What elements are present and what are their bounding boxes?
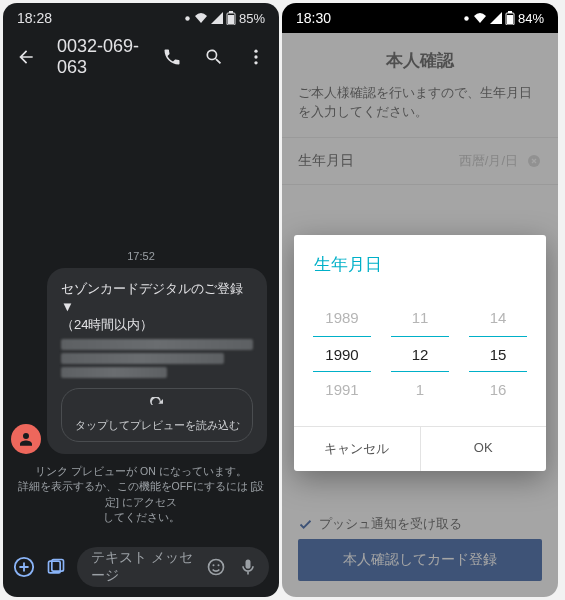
signal-icon <box>211 12 223 24</box>
wifi-icon <box>473 12 487 24</box>
day-prev[interactable]: 14 <box>469 300 527 336</box>
svg-rect-16 <box>508 11 512 13</box>
dot-icon <box>184 15 191 22</box>
verification-screen: 本人確認 ご本人様確認を行いますので、生年月日を入力してください。 生年月日 西… <box>282 33 558 597</box>
preview-reload-button[interactable]: タップしてプレビューを読み込む <box>61 388 253 442</box>
svg-point-6 <box>254 61 257 64</box>
messages-app-screenshot: 18:28 85% 0032-069-063 17:52 <box>3 3 279 597</box>
month-selected[interactable]: 12 <box>391 336 449 372</box>
gallery-icon[interactable] <box>45 556 67 578</box>
status-battery: 84% <box>518 11 544 26</box>
preview-reload-label: タップしてプレビューを読み込む <box>75 419 240 431</box>
svg-point-11 <box>213 564 215 566</box>
svg-point-12 <box>218 564 220 566</box>
date-wheels: 1989 1990 1991 11 12 1 14 15 16 <box>294 290 546 426</box>
year-selected[interactable]: 1990 <box>313 336 371 372</box>
verification-app-screenshot: 18:30 84% 本人確認 ご本人様確認を行いますので、生年月日を入力してくだ… <box>282 3 558 597</box>
svg-rect-13 <box>246 560 251 569</box>
message-body-redacted <box>61 339 253 378</box>
status-bar: 18:30 84% <box>282 3 558 33</box>
conversation-area: 17:52 セゾンカードデジタルのご登録▼ （24時間以内） タップしてプレビュ… <box>3 81 279 541</box>
status-icons: 85% <box>184 11 265 26</box>
status-icons: 84% <box>463 11 544 26</box>
call-icon[interactable] <box>161 46 183 68</box>
dialog-buttons: キャンセル OK <box>294 426 546 471</box>
dialog-title: 生年月日 <box>294 235 546 290</box>
search-icon[interactable] <box>203 46 225 68</box>
conversation-title: 0032-069-063 <box>57 36 141 78</box>
mic-icon[interactable] <box>237 556 259 578</box>
year-prev[interactable]: 1989 <box>313 300 371 336</box>
svg-rect-3 <box>228 15 234 24</box>
back-icon[interactable] <box>15 46 37 68</box>
emoji-icon[interactable] <box>205 556 227 578</box>
svg-point-0 <box>185 16 189 20</box>
month-wheel[interactable]: 11 12 1 <box>391 300 449 408</box>
status-bar: 18:28 85% <box>3 3 279 33</box>
status-battery: 85% <box>239 11 265 26</box>
date-picker-dialog: 生年月日 1989 1990 1991 11 12 1 14 15 16 <box>294 235 546 471</box>
day-selected[interactable]: 15 <box>469 336 527 372</box>
day-next[interactable]: 16 <box>469 372 527 408</box>
svg-point-5 <box>254 55 257 58</box>
status-time: 18:30 <box>296 10 331 26</box>
battery-icon <box>226 11 236 25</box>
ok-button[interactable]: OK <box>421 427 547 471</box>
svg-point-4 <box>254 50 257 53</box>
month-prev[interactable]: 11 <box>391 300 449 336</box>
message-title: セゾンカードデジタルのご登録▼ （24時間以内） <box>61 280 253 333</box>
battery-icon <box>505 11 515 25</box>
link-preview-footnote: リンク プレビューが ON になっています。 詳細を表示するか、この機能をOFF… <box>17 464 265 525</box>
conversation-toolbar: 0032-069-063 <box>3 33 279 81</box>
message-timestamp: 17:52 <box>11 250 271 262</box>
dot-icon <box>463 15 470 22</box>
year-wheel[interactable]: 1989 1990 1991 <box>313 300 371 408</box>
day-wheel[interactable]: 14 15 16 <box>469 300 527 408</box>
month-next[interactable]: 1 <box>391 372 449 408</box>
wifi-icon <box>194 12 208 24</box>
reload-icon <box>62 397 252 415</box>
svg-point-14 <box>464 16 468 20</box>
cancel-button[interactable]: キャンセル <box>294 427 421 471</box>
year-next[interactable]: 1991 <box>313 372 371 408</box>
add-icon[interactable] <box>13 556 35 578</box>
status-time: 18:28 <box>17 10 52 26</box>
message-input[interactable]: テキスト メッセージ <box>77 547 269 587</box>
message-input-placeholder: テキスト メッセージ <box>91 549 195 585</box>
composer-bar: テキスト メッセージ <box>3 541 279 597</box>
signal-icon <box>490 12 502 24</box>
sender-avatar[interactable] <box>11 424 41 454</box>
svg-rect-17 <box>507 15 513 24</box>
more-icon[interactable] <box>245 46 267 68</box>
svg-point-10 <box>209 560 224 575</box>
message-bubble[interactable]: セゾンカードデジタルのご登録▼ （24時間以内） タップしてプレビューを読み込む <box>47 268 267 454</box>
person-icon <box>17 430 35 448</box>
svg-rect-2 <box>229 11 233 13</box>
message-row: セゾンカードデジタルのご登録▼ （24時間以内） タップしてプレビューを読み込む <box>11 268 271 454</box>
